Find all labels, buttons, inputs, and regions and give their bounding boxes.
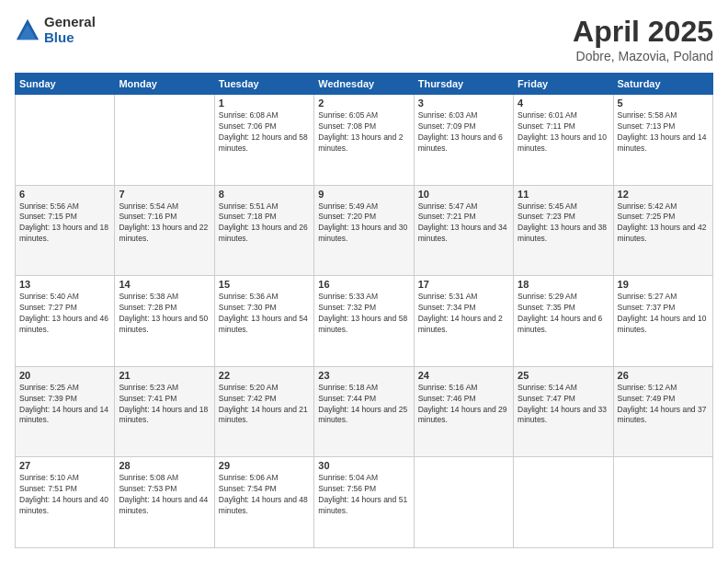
sunrise-text: Sunrise: 5:20 AM [219,383,279,392]
day-info: Sunrise: 6:01 AM Sunset: 7:11 PM Dayligh… [518,110,609,155]
day-number: 10 [418,189,509,200]
day-number: 18 [518,279,609,290]
day-number: 27 [19,460,110,471]
day-info: Sunrise: 5:25 AM Sunset: 7:39 PM Dayligh… [19,383,110,427]
weekday-header: Monday [115,74,214,95]
day-info: Sunrise: 5:36 AM Sunset: 7:30 PM Dayligh… [219,292,310,336]
daylight-text: Daylight: 14 hours and 33 minutes. [518,405,607,425]
day-info: Sunrise: 5:29 AM Sunset: 7:35 PM Dayligh… [518,292,609,336]
calendar-table: SundayMondayTuesdayWednesdayThursdayFrid… [15,73,713,548]
sunset-text: Sunset: 7:06 PM [219,121,277,131]
day-info: Sunrise: 5:49 AM Sunset: 7:20 PM Dayligh… [318,201,409,246]
logo-icon [15,17,40,43]
daylight-text: Daylight: 13 hours and 54 minutes. [219,314,308,334]
calendar-cell: 3 Sunrise: 6:03 AM Sunset: 7:09 PM Dayli… [414,95,513,186]
sunset-text: Sunset: 7:23 PM [518,212,575,221]
sunset-text: Sunset: 7:32 PM [318,303,376,312]
calendar-week-row: 27 Sunrise: 5:10 AM Sunset: 7:51 PM Dayl… [16,457,713,548]
sunrise-text: Sunrise: 5:36 AM [219,292,279,301]
sunrise-text: Sunrise: 6:03 AM [418,110,478,120]
day-info: Sunrise: 5:51 AM Sunset: 7:18 PM Dayligh… [219,201,310,246]
daylight-text: Daylight: 14 hours and 29 minutes. [418,405,507,425]
weekday-header: Thursday [414,74,513,95]
sunset-text: Sunset: 7:20 PM [318,212,376,221]
daylight-text: Daylight: 14 hours and 10 minutes. [618,314,707,334]
daylight-text: Daylight: 14 hours and 6 minutes. [518,314,602,334]
day-number: 5 [618,98,709,109]
daylight-text: Daylight: 14 hours and 21 minutes. [219,405,308,425]
day-number: 24 [418,370,509,381]
day-info: Sunrise: 5:47 AM Sunset: 7:21 PM Dayligh… [418,201,509,246]
day-info: Sunrise: 6:08 AM Sunset: 7:06 PM Dayligh… [219,110,310,155]
sunrise-text: Sunrise: 6:01 AM [518,110,577,120]
sunrise-text: Sunrise: 5:54 AM [119,201,178,211]
sunrise-text: Sunrise: 5:38 AM [119,292,178,301]
calendar-cell: 12 Sunrise: 5:42 AM Sunset: 7:25 PM Dayl… [613,185,712,276]
daylight-text: Daylight: 13 hours and 14 minutes. [618,132,707,153]
calendar-cell: 22 Sunrise: 5:20 AM Sunset: 7:42 PM Dayl… [214,366,313,457]
daylight-text: Daylight: 13 hours and 38 minutes. [518,223,607,243]
calendar-week-row: 6 Sunrise: 5:56 AM Sunset: 7:15 PM Dayli… [16,185,713,276]
daylight-text: Daylight: 13 hours and 50 minutes. [119,314,208,334]
weekday-header: Wednesday [314,74,414,95]
calendar-cell [16,95,115,186]
day-number: 8 [219,189,310,200]
daylight-text: Daylight: 13 hours and 22 minutes. [119,223,208,243]
sunset-text: Sunset: 7:39 PM [19,394,77,403]
day-number: 15 [219,279,310,290]
daylight-text: Daylight: 12 hours and 58 minutes. [219,132,308,153]
day-number: 28 [119,460,210,471]
day-info: Sunrise: 5:18 AM Sunset: 7:44 PM Dayligh… [318,383,409,427]
calendar-cell [115,95,214,186]
sunrise-text: Sunrise: 5:06 AM [219,473,279,482]
daylight-text: Daylight: 13 hours and 18 minutes. [19,223,108,243]
day-number: 26 [618,370,709,381]
sunrise-text: Sunrise: 6:08 AM [219,110,279,120]
daylight-text: Daylight: 13 hours and 26 minutes. [219,223,308,243]
logo-general: General [44,15,96,30]
daylight-text: Daylight: 13 hours and 2 minutes. [318,132,403,153]
sunrise-text: Sunrise: 5:47 AM [418,201,478,211]
calendar-cell: 14 Sunrise: 5:38 AM Sunset: 7:28 PM Dayl… [115,276,214,367]
day-info: Sunrise: 5:31 AM Sunset: 7:34 PM Dayligh… [418,292,509,336]
calendar-cell: 29 Sunrise: 5:06 AM Sunset: 7:54 PM Dayl… [214,457,313,548]
sunrise-text: Sunrise: 5:40 AM [19,292,79,301]
sunset-text: Sunset: 7:16 PM [119,212,176,221]
sunset-text: Sunset: 7:53 PM [119,484,176,493]
day-info: Sunrise: 5:40 AM Sunset: 7:27 PM Dayligh… [19,292,110,336]
day-info: Sunrise: 5:45 AM Sunset: 7:23 PM Dayligh… [518,201,609,246]
day-info: Sunrise: 5:33 AM Sunset: 7:32 PM Dayligh… [318,292,409,336]
sunrise-text: Sunrise: 5:33 AM [318,292,378,301]
weekday-header: Tuesday [214,74,313,95]
day-info: Sunrise: 5:10 AM Sunset: 7:51 PM Dayligh… [19,473,110,517]
daylight-text: Daylight: 14 hours and 25 minutes. [318,405,407,425]
calendar-cell: 9 Sunrise: 5:49 AM Sunset: 7:20 PM Dayli… [314,185,414,276]
calendar-cell [613,457,712,548]
day-number: 11 [518,189,609,200]
calendar-week-row: 13 Sunrise: 5:40 AM Sunset: 7:27 PM Dayl… [16,276,713,367]
sunrise-text: Sunrise: 5:42 AM [618,201,677,211]
calendar-cell: 25 Sunrise: 5:14 AM Sunset: 7:47 PM Dayl… [514,366,613,457]
calendar-cell: 5 Sunrise: 5:58 AM Sunset: 7:13 PM Dayli… [613,95,712,186]
sunrise-text: Sunrise: 5:04 AM [318,473,378,482]
daylight-text: Daylight: 14 hours and 2 minutes. [418,314,503,334]
day-number: 1 [219,98,310,109]
day-info: Sunrise: 5:12 AM Sunset: 7:49 PM Dayligh… [618,383,709,427]
sunrise-text: Sunrise: 5:10 AM [19,473,79,482]
calendar-cell: 1 Sunrise: 6:08 AM Sunset: 7:06 PM Dayli… [214,95,313,186]
calendar-cell: 26 Sunrise: 5:12 AM Sunset: 7:49 PM Dayl… [613,366,712,457]
daylight-text: Daylight: 14 hours and 51 minutes. [318,495,407,515]
sunset-text: Sunset: 7:28 PM [119,303,176,312]
day-number: 14 [119,279,210,290]
sunset-text: Sunset: 7:18 PM [219,212,277,221]
calendar-cell: 16 Sunrise: 5:33 AM Sunset: 7:32 PM Dayl… [314,276,414,367]
sunset-text: Sunset: 7:09 PM [418,121,476,131]
calendar-cell [414,457,513,548]
day-info: Sunrise: 5:56 AM Sunset: 7:15 PM Dayligh… [19,201,110,246]
daylight-text: Daylight: 13 hours and 42 minutes. [618,223,707,243]
sunrise-text: Sunrise: 5:14 AM [518,383,577,392]
sunset-text: Sunset: 7:46 PM [418,394,476,403]
day-number: 9 [318,189,409,200]
sunset-text: Sunset: 7:41 PM [119,394,176,403]
day-info: Sunrise: 6:05 AM Sunset: 7:08 PM Dayligh… [318,110,409,155]
